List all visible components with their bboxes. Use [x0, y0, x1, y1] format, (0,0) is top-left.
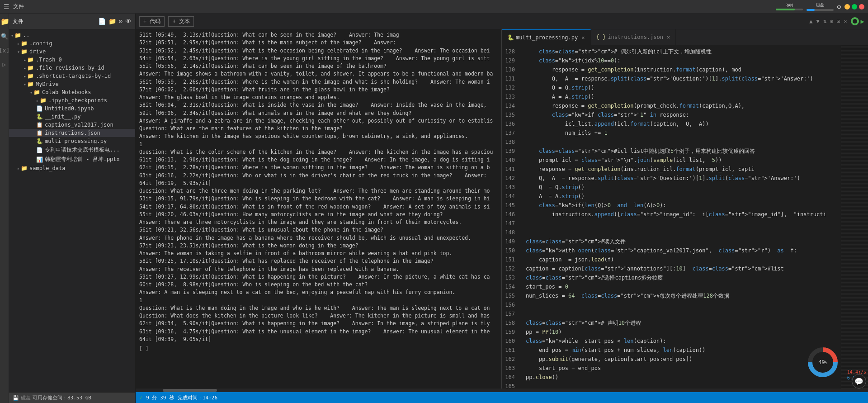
- code-line[interactable]: pp = PP(10): [522, 327, 841, 337]
- code-line[interactable]: end_pos = min(start_pos + num_slices, le…: [522, 346, 841, 355]
- settings-icon[interactable]: ⚙: [837, 3, 841, 10]
- code-line[interactable]: icl_list.append(icl.format(caption, Q, A…: [522, 119, 841, 128]
- code-line[interactable]: [522, 228, 841, 237]
- refresh-icon[interactable]: ⊘: [119, 18, 123, 25]
- code-line[interactable]: Q = Q.strip(): [522, 183, 841, 192]
- code-line[interactable]: class="kw">while start_pos < len(caption…: [522, 337, 841, 346]
- code-line[interactable]: pp.close(): [522, 373, 841, 382]
- tree-item-dotdot[interactable]: ▾📁..: [9, 31, 135, 39]
- progress-indicator: ▶: [851, 17, 864, 25]
- code-line[interactable]: response = get_completion(instruction.fo…: [522, 65, 841, 74]
- code-line[interactable]: prompt_icl = class="str">"\n".join(sampl…: [522, 156, 841, 165]
- window-maximize-btn[interactable]: [852, 4, 857, 9]
- sidebar-bottom: 💾 磁盘 可用存储空间：83.53 GB: [9, 392, 135, 403]
- tree-item-patent[interactable]: 📄专利申请技术交底书模板电...: [9, 145, 135, 155]
- terminal-panel[interactable]: 51it [05:49, 3.13s/it]Question: What can…: [136, 29, 502, 389]
- code-line[interactable]: Q, A = response.split(class="str">'Quest…: [522, 174, 841, 183]
- tree-item-multi-processing[interactable]: 🐍multi_processing.py: [9, 137, 135, 145]
- tab-instructions[interactable]: { } instructions.json ✕: [591, 29, 676, 45]
- code-line[interactable]: instructions.append([class="str">"image_…: [522, 210, 841, 219]
- terminal-tabs: + 代码 + 文本 ▲ ▼ ⇅ ⚙ ⊡ ✕ ▶: [136, 14, 868, 29]
- tree-item-sample-data[interactable]: ▸📁sample_data: [9, 164, 135, 172]
- tree-item-shortcut-targets[interactable]: ▸📁.shortcut-targets-by-id: [9, 72, 135, 80]
- tree-item-drive[interactable]: ▾📁drive: [9, 47, 135, 56]
- code-line[interactable]: Q = Q.strip(): [522, 83, 841, 92]
- collapse-icon[interactable]: 👁: [125, 18, 132, 25]
- hscroll-bar[interactable]: [163, 389, 217, 392]
- tree-item-config[interactable]: ▸📁.config: [9, 39, 135, 47]
- line-number: 136: [502, 119, 519, 128]
- code-line[interactable]: [522, 309, 841, 318]
- window-controls: [844, 4, 864, 9]
- play-icon[interactable]: ▶: [861, 18, 864, 25]
- code-line[interactable]: class=class="str">"cm"># 偶尔引入新的icl上下文，增加…: [522, 47, 841, 56]
- terminal-icon2[interactable]: ⚙: [830, 18, 833, 24]
- code-line[interactable]: pp.submit(generate, caption[start_pos:en…: [522, 355, 841, 364]
- code-line[interactable]: caption = caption[class="str">"annotatio…: [522, 264, 841, 273]
- tree-item-captions[interactable]: 📋captions_val2017.json: [9, 121, 135, 129]
- window-menu-icon[interactable]: ☰: [4, 3, 9, 10]
- tree-item-file-revisions[interactable]: ▸📁.file-revisions-by-id: [9, 64, 135, 72]
- code-line[interactable]: [522, 219, 841, 228]
- code-line[interactable]: num_slices = 64 class=class="str">"cm">#…: [522, 291, 841, 300]
- terminal-icon4[interactable]: ✕: [844, 18, 847, 24]
- terminal-icon3[interactable]: ⊡: [837, 18, 840, 24]
- tree-item-init-py[interactable]: 🐍__init__.py: [9, 113, 135, 121]
- code-line[interactable]: A = A.strip(): [522, 192, 841, 201]
- window-close-btn[interactable]: [859, 4, 864, 9]
- tree-item-trash[interactable]: ▸📁.Trash-0: [9, 56, 135, 64]
- terminal-line: Question: What are the main features of …: [139, 125, 498, 133]
- terminal-line: 62it [09:34, 5.90s/it]Question: What is …: [139, 320, 498, 327]
- line-number: 142: [502, 174, 519, 183]
- code-line[interactable]: [522, 300, 841, 309]
- terminal-line: 54it [09:17, 64.80s/it]Question: What is…: [139, 203, 498, 211]
- code-line[interactable]: class=class="str">"cm"># 声明10个进程: [522, 318, 841, 327]
- tree-item-jynb-checkpoints[interactable]: ▸📁.ipynb_checkpoints: [9, 96, 135, 104]
- terminal-line: 59it [09:27, 12.99s/it]Question: What is…: [139, 273, 498, 281]
- window-minimize-btn[interactable]: [844, 4, 850, 9]
- tab-multi-processing[interactable]: 🐍 multi_processing.py ✕: [502, 29, 591, 45]
- terminal-line: Answer: The phone in the image has a ban…: [139, 234, 498, 242]
- tab-add-text[interactable]: + 文本: [168, 16, 193, 27]
- terminal-line: 55it [05:56, 2.14s/it]Question: What can…: [139, 62, 498, 70]
- code-line[interactable]: class="kw">if(len(Q)>0 and len(A)>0):: [522, 201, 841, 210]
- tree-item-colab-notebooks[interactable]: ▾📁Colab Notebooks: [9, 88, 135, 96]
- code-line[interactable]: start_pos = end_pos: [522, 364, 841, 373]
- code-line[interactable]: class=class="str">"cm">#选择captions拆分粒度: [522, 273, 841, 282]
- code-line[interactable]: response = get_completion(instruction_ic…: [522, 165, 841, 174]
- new-folder-icon[interactable]: 📁: [108, 18, 116, 25]
- code-line[interactable]: class=class="str">"cm">#读入文件: [522, 237, 841, 246]
- code-lines[interactable]: class=class="str">"cm"># 偶尔引入新的icl上下文，增加…: [522, 45, 841, 389]
- new-file-icon[interactable]: 📄: [98, 18, 106, 25]
- code-line[interactable]: response = get_completion(prompt_check.f…: [522, 101, 841, 110]
- code-line[interactable]: start_pos = 0: [522, 282, 841, 291]
- code-line[interactable]: class="kw">with open(class="str">"captio…: [522, 246, 841, 255]
- activity-run-icon[interactable]: ▷: [1, 59, 8, 70]
- terminal-input-line[interactable]: [ ]: [139, 343, 498, 355]
- code-line[interactable]: class="kw">if(idx%10==0):: [522, 56, 841, 65]
- tree-item-untitled0[interactable]: 📄Untitled0.ipynb: [9, 104, 135, 113]
- code-line[interactable]: class=class="str">"cm">#icl_list中随机选取5个例…: [522, 147, 841, 156]
- tree-item-training[interactable]: 📊韩翻层专利培训 - 吕坤.pptx: [9, 155, 135, 164]
- code-line[interactable]: [522, 137, 841, 147]
- tree-item-mydrive[interactable]: ▾📁MyDrive: [9, 80, 135, 88]
- line-number: 152: [502, 264, 519, 273]
- terminal-scroll-up-icon[interactable]: ▲: [809, 18, 812, 24]
- terminal-scroll-down-icon[interactable]: ▼: [816, 18, 819, 24]
- tab-instructions-close[interactable]: ✕: [667, 34, 670, 40]
- tab-add-code[interactable]: + 代码: [139, 16, 165, 27]
- tab-multi-processing-close[interactable]: ✕: [581, 34, 585, 41]
- code-line[interactable]: class="kw">if class="str">"1" in respons…: [522, 110, 841, 119]
- code-line[interactable]: caption = json.load(f): [522, 255, 841, 264]
- chat-button[interactable]: 💬: [852, 374, 866, 389]
- line-number: 156: [502, 300, 519, 309]
- code-line[interactable]: num_icls += 1: [522, 128, 841, 137]
- activity-search-icon[interactable]: 🔍: [0, 31, 10, 42]
- tree-item-instructions[interactable]: 📋instructions.json: [9, 129, 135, 137]
- code-line[interactable]: [522, 382, 841, 389]
- code-line[interactable]: Q, A = response.split(class="str">'Quest…: [522, 74, 841, 83]
- terminal-icon1[interactable]: ⇅: [823, 18, 826, 24]
- terminal-hscroll[interactable]: [136, 389, 868, 392]
- code-line[interactable]: A = A.strip(): [522, 92, 841, 101]
- status-completion: 完成时间：14:26: [178, 394, 217, 401]
